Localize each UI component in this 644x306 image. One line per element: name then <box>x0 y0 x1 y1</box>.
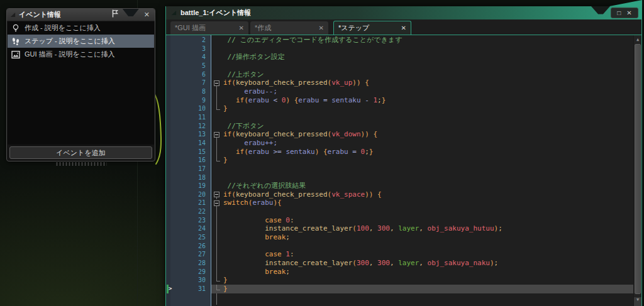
line-number: 6 <box>171 70 211 79</box>
code-line[interactable]: 25 break; <box>166 233 633 242</box>
line-margin[interactable] <box>166 87 171 96</box>
code-line[interactable]: 18 <box>166 173 633 182</box>
line-margin[interactable] <box>166 70 171 79</box>
code-line[interactable]: 26 <box>166 242 633 251</box>
line-margin[interactable]: > <box>166 285 171 293</box>
scroll-down-icon[interactable]: ▼ <box>634 297 641 306</box>
line-margin[interactable] <box>166 199 171 207</box>
close-icon[interactable]: ✕ <box>626 10 631 16</box>
code-line[interactable]: 9 if(erabu < 0) {erabu = sentaku - 1;} <box>166 96 633 105</box>
line-margin[interactable] <box>166 233 171 242</box>
panel-resize-grip[interactable] <box>55 162 107 166</box>
code-line[interactable]: 20if(keyboard_check_pressed(vk_space)) { <box>166 190 633 199</box>
code-line[interactable]: 22 <box>166 207 633 216</box>
editor-tab[interactable]: *GUI 描画✕ <box>170 21 248 35</box>
event-list-item[interactable]: ステップ - 説明をここに挿入 <box>8 35 154 48</box>
scroll-up-icon[interactable]: ▲ <box>634 35 641 43</box>
line-margin[interactable] <box>166 139 171 148</box>
code-line[interactable]: 2 // このエディターでコードを作成することができます <box>166 36 633 45</box>
code-line[interactable]: 19 //それぞれの選択肢結果 <box>166 182 633 190</box>
line-margin[interactable] <box>166 53 171 62</box>
line-margin[interactable] <box>166 224 171 233</box>
fold-line <box>216 96 217 105</box>
code-text: instance_create_layer(100, 300, layer, o… <box>223 224 633 233</box>
code-line[interactable]: 16} <box>166 156 633 165</box>
line-margin[interactable] <box>166 148 171 156</box>
code-line[interactable]: 30} <box>166 276 633 285</box>
code-line[interactable]: 3 <box>166 45 633 53</box>
tab-label: *GUI 描画 <box>175 23 206 33</box>
code-text: if(keyboard_check_pressed(vk_down)) { <box>223 130 633 139</box>
line-margin[interactable] <box>166 130 171 139</box>
line-margin[interactable] <box>166 62 171 70</box>
add-event-button[interactable]: イベントを追加 <box>9 146 152 159</box>
event-list-item[interactable]: 作成 - 説明をここに挿入 <box>8 21 154 35</box>
fold-collapse-icon[interactable] <box>214 200 219 206</box>
editor-tab[interactable]: *作成✕ <box>250 21 328 35</box>
collapse-triangle-icon[interactable] <box>171 10 177 16</box>
tab-close-icon[interactable]: ✕ <box>239 25 244 31</box>
panel-close-icon[interactable]: ✕ <box>142 11 152 18</box>
fold-collapse-icon[interactable] <box>214 132 219 138</box>
line-margin[interactable] <box>166 104 171 113</box>
line-margin[interactable] <box>166 156 171 165</box>
line-margin[interactable] <box>166 79 171 87</box>
event-list-item[interactable]: GUI 描画 - 説明をここに挿入 <box>8 48 154 61</box>
flag-icon[interactable] <box>111 9 119 21</box>
code-line[interactable]: 11 <box>166 113 633 122</box>
scrollbar-thumb[interactable] <box>635 44 641 294</box>
line-margin[interactable] <box>166 122 171 131</box>
line-number: 31 <box>171 285 211 293</box>
line-margin[interactable] <box>166 250 171 259</box>
code-line[interactable]: 21switch(erabu){ <box>166 199 633 207</box>
code-line[interactable]: 12 //下ボタン <box>166 122 633 131</box>
line-margin[interactable] <box>166 276 171 285</box>
code-line[interactable]: 15 if(erabu >= sentaku) {erabu = 0;} <box>166 148 633 156</box>
code-line[interactable]: 8 erabu--; <box>166 87 633 96</box>
code-line[interactable]: 24 instance_create_layer(100, 300, layer… <box>166 224 633 233</box>
line-margin[interactable] <box>166 216 171 225</box>
code-line[interactable]: >31} <box>166 285 633 293</box>
editor-titlebar[interactable]: battle_1:イベント情報 □ ✕ <box>166 6 641 19</box>
line-margin[interactable] <box>166 190 171 199</box>
code-line[interactable]: 17 <box>166 165 633 173</box>
fold-margin <box>211 87 223 96</box>
editor-tab[interactable]: *ステップ✕ <box>333 21 411 35</box>
code-line[interactable]: 7if(keyboard_check_pressed(vk_up)) { <box>166 79 633 87</box>
line-margin[interactable] <box>166 182 171 190</box>
line-margin[interactable] <box>166 165 171 173</box>
line-margin[interactable] <box>166 207 171 216</box>
fold-collapse-icon[interactable] <box>214 80 219 86</box>
line-margin[interactable] <box>166 96 171 105</box>
code-line[interactable]: 23 case 0: <box>166 216 633 225</box>
line-number: 24 <box>171 224 211 233</box>
code-line[interactable]: 14 erabu++; <box>166 139 633 148</box>
fold-collapse-icon[interactable] <box>214 192 219 197</box>
code-line[interactable]: 10} <box>166 104 633 113</box>
collapse-triangle-icon[interactable] <box>10 12 16 18</box>
line-margin[interactable] <box>166 113 171 122</box>
code-line[interactable]: 5 <box>166 62 633 70</box>
vertical-scrollbar[interactable]: ▲ ▼ <box>633 35 641 306</box>
line-margin[interactable] <box>166 173 171 182</box>
code-line[interactable]: 13if(keyboard_check_pressed(vk_down)) { <box>166 130 633 139</box>
line-margin[interactable] <box>166 242 171 251</box>
event-item-label: 作成 - 説明をここに挿入 <box>25 23 101 33</box>
line-number: 19 <box>171 182 211 190</box>
line-margin[interactable] <box>166 45 171 53</box>
line-margin[interactable] <box>166 259 171 268</box>
line-margin[interactable] <box>166 36 171 45</box>
fold-margin <box>211 130 223 139</box>
code-text: switch(erabu){ <box>223 199 633 207</box>
code-line[interactable]: 6 //上ボタン <box>166 70 633 79</box>
code-line[interactable]: 27 case 1: <box>166 250 633 259</box>
code-line[interactable]: 28 instance_create_layer(300, 300, layer… <box>166 259 633 268</box>
line-margin[interactable] <box>166 268 171 276</box>
code-line[interactable]: 29 break; <box>166 268 633 276</box>
code-line[interactable]: 4 //操作ボタン設定 <box>166 53 633 62</box>
event-panel-header[interactable]: イベント情報 ✕ <box>7 9 155 21</box>
code-area[interactable]: 2 // このエディターでコードを作成することができます34 //操作ボタン設定… <box>166 35 641 306</box>
maximize-icon[interactable]: □ <box>617 10 621 16</box>
tab-close-icon[interactable]: ✕ <box>319 25 324 31</box>
tab-close-icon[interactable]: ✕ <box>401 25 406 31</box>
